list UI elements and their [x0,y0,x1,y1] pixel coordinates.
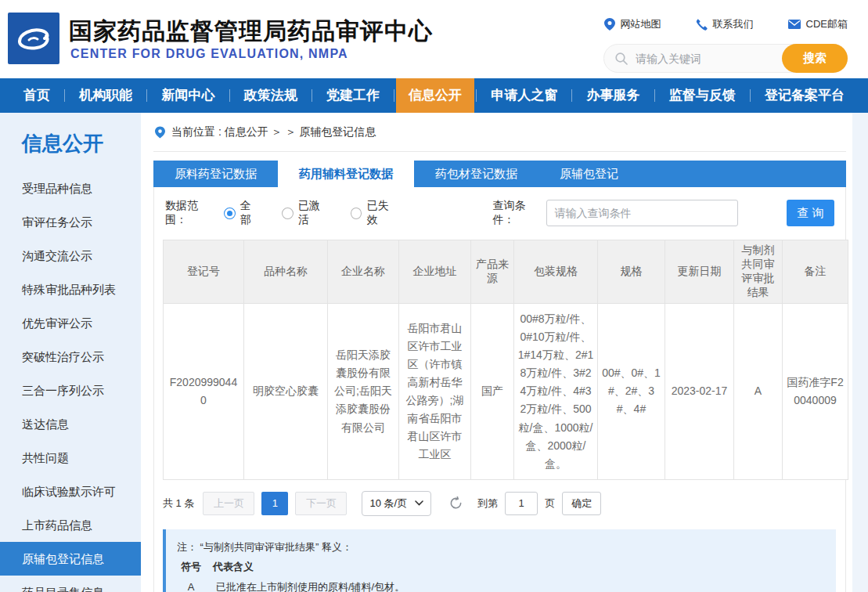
goto-unit: 页 [545,496,555,511]
radio-all[interactable]: 全部 [224,199,261,227]
query-button[interactable]: 查 询 [787,200,834,226]
sidebar-item-delivery-info[interactable]: 送达信息 [0,407,141,441]
page: 国家药品监督管理局药品审评中心 CENTER FOR DRUG EVALUATI… [0,0,868,592]
nav-item-functions[interactable]: 机构职能 [67,78,145,113]
sidebar-item-review-tasks[interactable]: 审评任务公示 [0,205,141,239]
cell-company-address: 岳阳市君山区许市工业区（许市镇高新村岳华公路旁）;湖南省岳阳市君山区许市工业区 [399,304,471,480]
nav-item-applicant[interactable]: 申请人之窗 [478,78,570,113]
sidebar-item-clinical-trial-license[interactable]: 临床试验默示许可 [0,475,141,508]
nav-separator [750,89,751,102]
sidebar-item-common-issues[interactable]: 共性问题 [0,441,141,475]
search-icon [604,52,628,65]
registration-table: 登记号 品种名称 企业名称 企业地址 产品来源 包装规格 规格 更新日期 与制剂… [163,240,848,480]
nav-item-party[interactable]: 党建工作 [314,78,392,113]
sidebar-item-priority-review[interactable]: 优先审评公示 [0,306,141,340]
col-variety-name: 品种名称 [244,240,328,304]
nav-separator [476,89,477,102]
nav-separator [394,89,394,102]
sidebar-item-special-approval[interactable]: 特殊审批品种列表 [0,273,141,306]
content-panel: 数据范围： 全部 已激活 已失效 查询条件： [153,187,846,592]
radio-expired[interactable]: 已失效 [351,199,399,227]
note-row-a: A 已批准在上市制剂使用的原料/辅料/包材。 [177,577,823,592]
phone-icon [696,19,708,31]
radio-activated-icon[interactable] [282,208,294,219]
tab-excipient-registration[interactable]: 药用辅料登记数据 [278,161,414,187]
breadcrumb-text: 当前位置 : 信息公开 ＞ ＞ 原辅包登记信息 [171,125,376,139]
note-header-row: 符号 代表含义 [177,557,823,576]
tab-bar: 原料药登记数据 药用辅料登记数据 药包材登记数据 原辅包登记 [153,161,846,187]
nav-separator [146,89,147,102]
radio-all-icon[interactable] [224,208,236,219]
col-joint-review-result: 与制剂共同审评审批结果 [734,240,783,304]
page-number-button[interactable]: 1 [261,492,288,515]
note-symbol-header: 符号 [177,557,205,576]
query-input[interactable] [546,200,738,226]
col-spec: 规格 [598,240,665,304]
sidebar-title: 信息公开 [0,130,141,157]
sidebar-item-breakthrough-therapy[interactable]: 突破性治疗公示 [0,340,141,374]
site-header: 国家药品监督管理局药品审评中心 CENTER FOR DRUG EVALUATI… [0,0,868,78]
site-subtitle: CENTER FOR DRUG EVALUATION, NMPA [70,47,348,61]
nav-item-services[interactable]: 办事服务 [574,78,653,113]
nav-item-news[interactable]: 新闻中心 [149,78,227,113]
mailbox-link[interactable]: CDE邮箱 [788,17,848,31]
next-page-button[interactable]: 下一页 [295,492,347,515]
page-size-select[interactable]: 10 条/页 [362,491,431,516]
nav-separator [64,89,65,102]
col-company-address: 企业地址 [399,240,471,304]
nav-item-home[interactable]: 首页 [11,78,63,113]
col-packaging-spec: 包装规格 [514,240,598,304]
main-nav: 首页 机构职能 新闻中心 政策法规 党建工作 信息公开 申请人之窗 办事服务 监… [0,78,868,113]
goto-page-input[interactable] [505,492,538,515]
site-search: 搜索 [603,44,848,73]
nav-separator [312,89,312,102]
nav-item-policy[interactable]: 政策法规 [232,78,310,113]
goto-label: 到第 [477,496,498,511]
nav-separator [229,89,230,102]
page-size-value: 10 条/页 [369,496,407,511]
cell-company-name: 岳阳天添胶囊股份有限公司;岳阳天添胶囊股份有限公司 [328,304,399,480]
site-title: 国家药品监督管理局药品审评中心 [69,16,433,48]
nav-separator [654,89,655,102]
contact-label: 联系我们 [713,17,754,31]
chevron-down-icon [415,500,423,506]
total-count: 共 1 条 [163,496,194,511]
prev-page-button[interactable]: 上一页 [203,492,254,515]
sidebar-item-three-in-one[interactable]: 三合一序列公示 [0,374,141,407]
note-symbol-a: A [177,577,205,592]
sidebar-item-accepted-varieties[interactable]: 受理品种信息 [0,171,141,205]
sidebar-item-marketed-drugs[interactable]: 上市药品信息 [0,508,141,542]
query-label: 查询条件： [492,199,546,227]
nav-item-info-disclosure[interactable]: 信息公开 [396,78,474,113]
map-pin-icon [604,18,615,31]
sidebar-item-drug-catalog[interactable]: 药品目录集信息 [0,576,141,592]
contact-link[interactable]: 联系我们 [696,17,754,31]
mailbox-label: CDE邮箱 [806,17,848,31]
page-scrollbar-track[interactable] [852,113,868,592]
nav-item-supervision[interactable]: 监督与反馈 [657,78,748,113]
search-input[interactable] [628,52,783,65]
cell-product-origin: 国产 [471,304,514,480]
radio-expired-icon[interactable] [351,208,362,219]
cell-joint-review-result: A [734,304,783,480]
radio-activated[interactable]: 已激活 [282,199,330,227]
filter-row: 数据范围： 全部 已激活 已失效 查询条件： [154,187,845,238]
cell-packaging-spec: 00#8万粒/件、0#10万粒/件、1#14万粒、2#18万粒/件、3#24万粒… [514,304,598,480]
radio-expired-label: 已失效 [366,199,398,227]
goto-confirm-button[interactable]: 确定 [562,492,601,515]
tab-api-registration[interactable]: 原料药登记数据 [153,161,278,187]
cde-logo-swirl-icon [12,16,56,60]
sidebar-item-communication[interactable]: 沟通交流公示 [0,239,141,273]
note-title: 注： “与制剂共同审评审批结果” 释义： [177,537,823,557]
nav-item-registration-platform[interactable]: 登记备案平台 [752,78,857,113]
sitemap-link[interactable]: 网站地图 [604,17,661,31]
col-update-date: 更新日期 [665,240,734,304]
col-registration-no: 登记号 [164,240,244,304]
tab-packaging-registration[interactable]: 药包材登记数据 [414,161,538,187]
tab-raw-excipient-packaging[interactable]: 原辅包登记 [538,161,639,187]
search-button[interactable]: 搜索 [782,44,848,73]
col-remarks: 备注 [783,240,848,304]
radio-all-label: 全部 [240,199,261,227]
refresh-icon[interactable] [449,496,463,510]
sidebar-item-raw-excipient-packaging[interactable]: 原辅包登记信息 [0,542,141,576]
